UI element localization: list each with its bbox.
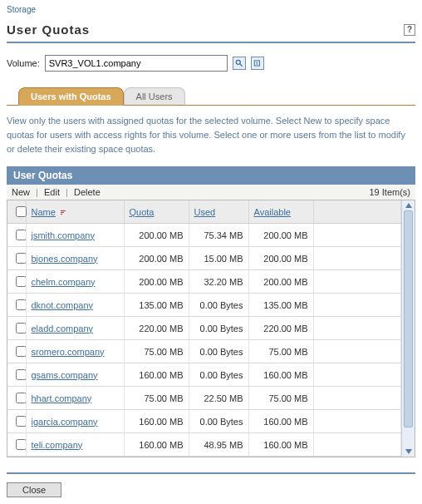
cell-used: 0.00 Bytes (189, 317, 248, 340)
row-checkbox[interactable] (16, 369, 26, 380)
user-link[interactable]: jsmith.company (32, 230, 95, 240)
cell-available: 160.00 MB (248, 410, 313, 433)
close-button[interactable]: Close (7, 482, 61, 497)
divider (7, 42, 415, 43)
cell-quota: 160.00 MB (124, 433, 189, 457)
cell-spacer (313, 247, 401, 270)
cell-quota: 200.00 MB (124, 247, 189, 270)
cell-quota: 135.00 MB (124, 294, 189, 317)
breadcrumb[interactable]: Storage (7, 3, 415, 21)
cell-spacer (313, 387, 401, 410)
user-link[interactable]: gsams.company (32, 370, 98, 380)
cell-used: 75.34 MB (189, 224, 248, 247)
svg-rect-6 (61, 210, 66, 211)
row-checkbox[interactable] (16, 393, 26, 403)
user-link[interactable]: eladd.company (32, 324, 94, 334)
cell-quota: 75.00 MB (124, 340, 189, 363)
volume-input[interactable] (45, 55, 228, 72)
divider (7, 472, 415, 474)
action-delete[interactable]: Delete (74, 187, 101, 197)
user-link[interactable]: teli.company (32, 440, 83, 450)
action-new[interactable]: New (12, 187, 30, 197)
table-row: eladd.company220.00 MB0.00 Bytes220.00 M… (7, 317, 401, 340)
table-row: sromero.company75.00 MB0.00 Bytes75.00 M… (7, 340, 401, 363)
scroll-track[interactable] (402, 210, 415, 447)
cell-available: 135.00 MB (248, 294, 313, 317)
row-checkbox[interactable] (16, 299, 26, 310)
cell-available: 200.00 MB (248, 247, 313, 270)
cell-used: 0.00 Bytes (189, 410, 248, 433)
table-row: igarcia.company160.00 MB0.00 Bytes160.00… (7, 410, 401, 433)
cell-spacer (313, 294, 401, 317)
cell-spacer (313, 317, 401, 340)
cell-spacer (313, 340, 401, 363)
cell-available: 220.00 MB (248, 317, 313, 340)
cell-used: 32.20 MB (189, 270, 248, 294)
table-row: teli.company160.00 MB48.95 MB160.00 MB (7, 433, 401, 457)
scroll-thumb[interactable] (404, 210, 413, 427)
table-row: jsmith.company200.00 MB75.34 MB200.00 MB (7, 224, 401, 247)
user-link[interactable]: dknot.company (32, 300, 94, 310)
cell-used: 15.00 MB (189, 247, 248, 270)
cell-used: 22.50 MB (189, 387, 248, 410)
row-checkbox[interactable] (16, 230, 26, 240)
cell-spacer (313, 224, 401, 247)
svg-rect-8 (61, 214, 62, 215)
scroll-up-icon[interactable] (405, 203, 412, 208)
cell-quota: 220.00 MB (124, 317, 189, 340)
cell-available: 160.00 MB (248, 363, 313, 387)
column-header-spacer (313, 200, 401, 224)
volume-label: Volume: (7, 58, 40, 68)
cell-used: 0.00 Bytes (189, 363, 248, 387)
panel-title: User Quotas (7, 166, 415, 185)
help-icon[interactable]: ? (404, 24, 415, 36)
svg-rect-7 (61, 212, 64, 213)
cell-used: 48.95 MB (189, 433, 248, 457)
column-header-used[interactable]: Used (194, 207, 216, 217)
user-link[interactable]: igarcia.company (32, 417, 98, 427)
column-header-name[interactable]: Name (32, 207, 56, 217)
select-all-checkbox[interactable] (16, 206, 27, 217)
row-checkbox[interactable] (16, 276, 26, 287)
row-checkbox[interactable] (16, 439, 26, 450)
user-link[interactable]: sromero.company (32, 347, 105, 357)
row-checkbox[interactable] (16, 346, 26, 357)
table-row: hhart.company75.00 MB22.50 MB75.00 MB (7, 387, 401, 410)
cell-available: 75.00 MB (248, 387, 313, 410)
table-row: dknot.company135.00 MB0.00 Bytes135.00 M… (7, 294, 401, 317)
browse-icon[interactable] (251, 57, 264, 70)
svg-line-1 (239, 64, 242, 67)
user-link[interactable]: hhart.company (32, 393, 92, 403)
user-link[interactable]: chelm.company (32, 277, 96, 287)
sort-icon[interactable] (60, 210, 66, 216)
row-checkbox[interactable] (16, 416, 26, 427)
cell-quota: 200.00 MB (124, 224, 189, 247)
vertical-scrollbar[interactable] (401, 200, 415, 457)
cell-used: 0.00 Bytes (189, 294, 248, 317)
cell-available: 75.00 MB (248, 340, 313, 363)
column-header-quota[interactable]: Quota (130, 207, 155, 217)
action-edit[interactable]: Edit (44, 187, 60, 197)
cell-spacer (313, 270, 401, 294)
page-title: User Quotas (7, 22, 90, 37)
row-checkbox[interactable] (16, 323, 26, 334)
quota-table: Name Quota Used Available jsmith.company… (7, 200, 401, 457)
tab-users-with-quotas[interactable]: Users with Quotas (18, 87, 124, 106)
cell-quota: 160.00 MB (124, 363, 189, 387)
cell-spacer (313, 410, 401, 433)
cell-spacer (313, 433, 401, 457)
cell-spacer (313, 363, 401, 387)
tab-bar: Users with Quotas All Users (7, 86, 415, 106)
scroll-down-icon[interactable] (405, 449, 412, 454)
cell-quota: 200.00 MB (124, 270, 189, 294)
column-header-available[interactable]: Available (254, 207, 291, 217)
search-icon[interactable] (233, 57, 246, 70)
panel-description: View only the users with assigned quotas… (7, 114, 415, 156)
item-count: 19 Item(s) (369, 187, 410, 197)
cell-used: 0.00 Bytes (189, 340, 248, 363)
user-link[interactable]: bjones.company (32, 254, 98, 264)
svg-point-0 (236, 60, 240, 64)
row-checkbox[interactable] (16, 253, 26, 264)
tab-all-users[interactable]: All Users (124, 87, 185, 106)
separator: | (36, 187, 38, 197)
